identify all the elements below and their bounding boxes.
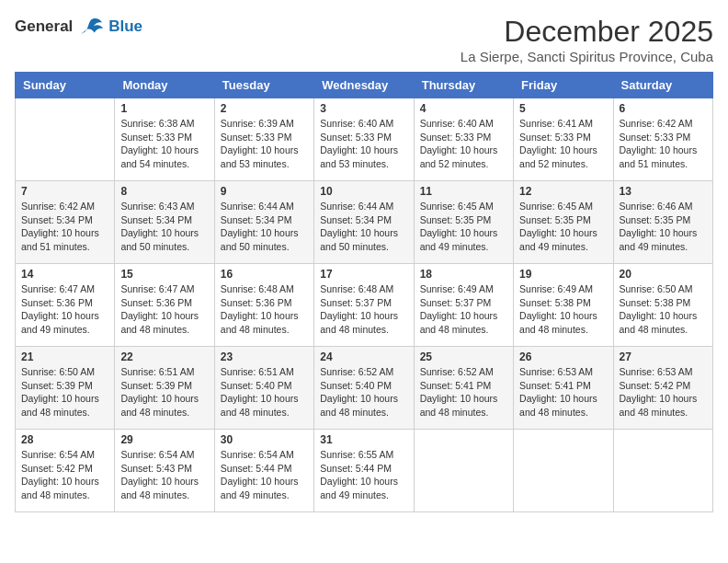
daylight-text: Daylight: 10 hours and 50 minutes.	[221, 227, 299, 252]
day-number: 4	[420, 102, 507, 115]
cell-content: Sunrise: 6:51 AM Sunset: 5:39 PM Dayligh…	[120, 365, 208, 419]
day-number: 27	[620, 350, 707, 363]
sunset-text: Sunset: 5:41 PM	[519, 380, 591, 391]
calendar-week-row: 21 Sunrise: 6:50 AM Sunset: 5:39 PM Dayl…	[16, 347, 713, 430]
sunrise-text: Sunrise: 6:45 AM	[420, 201, 494, 212]
calendar-cell: 4 Sunrise: 6:40 AM Sunset: 5:33 PM Dayli…	[414, 98, 513, 181]
daylight-text: Daylight: 10 hours and 48 minutes.	[420, 393, 498, 418]
cell-content: Sunrise: 6:45 AM Sunset: 5:35 PM Dayligh…	[519, 200, 607, 254]
calendar-cell: 31 Sunrise: 6:55 AM Sunset: 5:44 PM Dayl…	[314, 430, 414, 512]
cell-content: Sunrise: 6:40 AM Sunset: 5:33 PM Dayligh…	[320, 117, 407, 171]
sunrise-text: Sunrise: 6:42 AM	[21, 201, 95, 212]
sunrise-text: Sunrise: 6:44 AM	[221, 201, 294, 212]
daylight-text: Daylight: 10 hours and 48 minutes.	[420, 310, 498, 335]
calendar-cell: 29 Sunrise: 6:54 AM Sunset: 5:43 PM Dayl…	[115, 430, 214, 512]
calendar-cell: 19 Sunrise: 6:49 AM Sunset: 5:38 PM Dayl…	[514, 264, 613, 347]
calendar-cell	[613, 430, 712, 512]
cell-content: Sunrise: 6:52 AM Sunset: 5:40 PM Dayligh…	[320, 365, 407, 419]
day-number: 7	[21, 185, 108, 198]
sunrise-text: Sunrise: 6:43 AM	[120, 201, 194, 212]
cell-content: Sunrise: 6:54 AM Sunset: 5:43 PM Dayligh…	[120, 448, 208, 502]
sunrise-text: Sunrise: 6:47 AM	[21, 283, 95, 294]
day-number: 20	[620, 268, 707, 281]
cell-content: Sunrise: 6:53 AM Sunset: 5:41 PM Dayligh…	[519, 365, 607, 419]
sunrise-text: Sunrise: 6:51 AM	[221, 366, 294, 377]
cell-content: Sunrise: 6:54 AM Sunset: 5:42 PM Dayligh…	[21, 448, 108, 502]
month-year-title: December 2025	[461, 15, 713, 49]
sunrise-text: Sunrise: 6:49 AM	[420, 283, 494, 294]
sunset-text: Sunset: 5:34 PM	[221, 214, 292, 225]
cell-content: Sunrise: 6:38 AM Sunset: 5:33 PM Dayligh…	[120, 117, 208, 171]
calendar-cell	[514, 430, 613, 512]
daylight-text: Daylight: 10 hours and 48 minutes.	[221, 310, 299, 335]
header-sunday: Sunday	[16, 73, 115, 98]
daylight-text: Daylight: 10 hours and 54 minutes.	[120, 144, 199, 169]
cell-content: Sunrise: 6:55 AM Sunset: 5:44 PM Dayligh…	[320, 448, 407, 502]
daylight-text: Daylight: 10 hours and 48 minutes.	[320, 393, 398, 418]
calendar-cell: 30 Sunrise: 6:54 AM Sunset: 5:44 PM Dayl…	[214, 430, 313, 512]
sunrise-text: Sunrise: 6:49 AM	[519, 283, 593, 294]
day-number: 24	[320, 350, 407, 363]
calendar-cell: 11 Sunrise: 6:45 AM Sunset: 5:35 PM Dayl…	[414, 181, 513, 264]
daylight-text: Daylight: 10 hours and 52 minutes.	[519, 144, 597, 169]
daylight-text: Daylight: 10 hours and 48 minutes.	[620, 310, 698, 335]
calendar-cell: 14 Sunrise: 6:47 AM Sunset: 5:36 PM Dayl…	[16, 264, 115, 347]
logo-blue: Blue	[108, 17, 142, 35]
calendar-cell: 17 Sunrise: 6:48 AM Sunset: 5:37 PM Dayl…	[314, 264, 414, 347]
day-number: 28	[21, 433, 108, 446]
day-number: 11	[420, 185, 507, 198]
logo-general: General	[15, 17, 73, 35]
day-number: 19	[519, 268, 607, 281]
cell-content: Sunrise: 6:43 AM Sunset: 5:34 PM Dayligh…	[120, 200, 208, 254]
sunrise-text: Sunrise: 6:50 AM	[620, 283, 693, 294]
sunrise-text: Sunrise: 6:54 AM	[120, 449, 194, 460]
day-number: 29	[120, 433, 208, 446]
daylight-text: Daylight: 10 hours and 49 minutes.	[320, 476, 398, 500]
daylight-text: Daylight: 10 hours and 48 minutes.	[620, 393, 698, 418]
daylight-text: Daylight: 10 hours and 51 minutes.	[620, 144, 698, 169]
header-monday: Monday	[115, 73, 214, 98]
logo: General Blue	[15, 15, 142, 40]
calendar-cell	[16, 98, 115, 181]
calendar-cell: 8 Sunrise: 6:43 AM Sunset: 5:34 PM Dayli…	[115, 181, 214, 264]
day-number: 18	[420, 268, 507, 281]
calendar-cell: 5 Sunrise: 6:41 AM Sunset: 5:33 PM Dayli…	[514, 98, 613, 181]
calendar-week-row: 7 Sunrise: 6:42 AM Sunset: 5:34 PM Dayli…	[16, 181, 713, 264]
daylight-text: Daylight: 10 hours and 50 minutes.	[320, 227, 398, 252]
cell-content: Sunrise: 6:42 AM Sunset: 5:34 PM Dayligh…	[21, 200, 108, 254]
calendar-cell: 12 Sunrise: 6:45 AM Sunset: 5:35 PM Dayl…	[514, 181, 613, 264]
cell-content: Sunrise: 6:39 AM Sunset: 5:33 PM Dayligh…	[221, 117, 308, 171]
day-number: 13	[620, 185, 707, 198]
day-number: 25	[420, 350, 507, 363]
cell-content: Sunrise: 6:44 AM Sunset: 5:34 PM Dayligh…	[221, 200, 308, 254]
cell-content: Sunrise: 6:48 AM Sunset: 5:36 PM Dayligh…	[221, 282, 308, 337]
sunset-text: Sunset: 5:36 PM	[120, 297, 192, 308]
calendar-table: Sunday Monday Tuesday Wednesday Thursday…	[15, 72, 713, 512]
sunset-text: Sunset: 5:35 PM	[620, 214, 691, 225]
daylight-text: Daylight: 10 hours and 48 minutes.	[21, 393, 99, 418]
cell-content: Sunrise: 6:47 AM Sunset: 5:36 PM Dayligh…	[120, 282, 208, 337]
cell-content: Sunrise: 6:45 AM Sunset: 5:35 PM Dayligh…	[420, 200, 507, 254]
cell-content: Sunrise: 6:50 AM Sunset: 5:39 PM Dayligh…	[21, 365, 108, 419]
day-number: 21	[21, 350, 108, 363]
cell-content: Sunrise: 6:41 AM Sunset: 5:33 PM Dayligh…	[519, 117, 607, 171]
day-number: 10	[320, 185, 407, 198]
day-number: 23	[221, 350, 308, 363]
sunrise-text: Sunrise: 6:48 AM	[320, 283, 393, 294]
sunset-text: Sunset: 5:40 PM	[221, 380, 292, 391]
daylight-text: Daylight: 10 hours and 50 minutes.	[120, 227, 199, 252]
sunset-text: Sunset: 5:42 PM	[21, 463, 93, 474]
location-subtitle: La Sierpe, Sancti Spiritus Province, Cub…	[461, 49, 713, 64]
cell-content: Sunrise: 6:53 AM Sunset: 5:42 PM Dayligh…	[620, 365, 707, 419]
calendar-week-row: 28 Sunrise: 6:54 AM Sunset: 5:42 PM Dayl…	[16, 430, 713, 512]
calendar-header-row: Sunday Monday Tuesday Wednesday Thursday…	[16, 73, 713, 98]
calendar-cell: 2 Sunrise: 6:39 AM Sunset: 5:33 PM Dayli…	[214, 98, 313, 181]
calendar-week-row: 14 Sunrise: 6:47 AM Sunset: 5:36 PM Dayl…	[16, 264, 713, 347]
logo-text: General Blue	[15, 15, 142, 40]
calendar-cell: 6 Sunrise: 6:42 AM Sunset: 5:33 PM Dayli…	[613, 98, 712, 181]
cell-content: Sunrise: 6:49 AM Sunset: 5:37 PM Dayligh…	[420, 282, 507, 337]
sunrise-text: Sunrise: 6:44 AM	[320, 201, 393, 212]
header-wednesday: Wednesday	[314, 73, 414, 98]
day-number: 22	[120, 350, 208, 363]
sunset-text: Sunset: 5:34 PM	[21, 214, 93, 225]
